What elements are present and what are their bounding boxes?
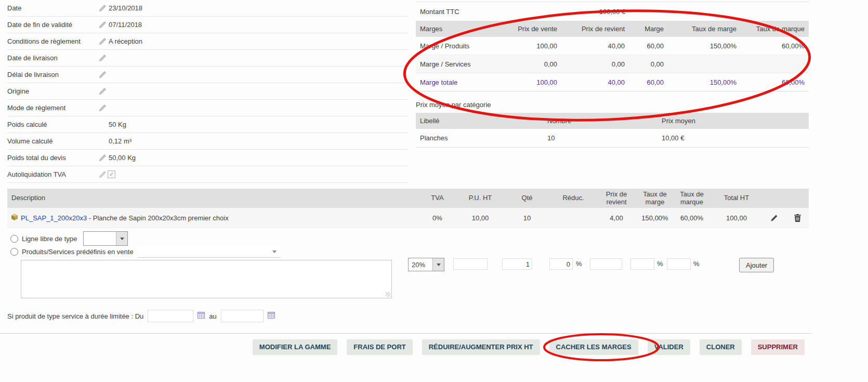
cell-value: 60,00 bbox=[629, 78, 668, 86]
detail-label: Poids total du devis bbox=[7, 154, 99, 162]
edit-pencil-icon[interactable] bbox=[99, 87, 108, 95]
free-line-radio[interactable] bbox=[10, 235, 18, 243]
edit-pencil-icon[interactable] bbox=[99, 37, 108, 45]
vat-rate-select[interactable]: 20% bbox=[408, 258, 444, 271]
edit-pencil-icon[interactable] bbox=[99, 170, 108, 178]
predefined-product-combobox[interactable] bbox=[138, 246, 281, 258]
detail-row-total-weight: Poids total du devis 50,00 Kg bbox=[7, 150, 408, 166]
cell-value: 100,00 bbox=[494, 78, 561, 86]
margins-summary-panel: Montant TTC 100,00 € Marges Prix de vent… bbox=[416, 2, 809, 148]
detail-label: Poids calculé bbox=[7, 121, 99, 128]
delete-button[interactable]: SUPPRIMER bbox=[751, 339, 805, 355]
marge-totale-link[interactable]: Marge totale bbox=[416, 78, 494, 86]
product-icon bbox=[11, 214, 18, 222]
edit-line-pencil-icon[interactable] bbox=[762, 214, 786, 222]
marge-produits-row: Marge / Produits 100,00 40,00 60,00 150,… bbox=[416, 37, 809, 55]
line-description-textarea[interactable] bbox=[21, 260, 391, 298]
calendar-icon[interactable] bbox=[198, 312, 205, 320]
detail-row-weight: Poids calculé 50 Kg bbox=[7, 116, 408, 133]
edit-pencil-icon[interactable] bbox=[99, 4, 108, 12]
row-label: Marge / Produits bbox=[416, 42, 494, 50]
chevron-down-icon bbox=[116, 232, 127, 245]
cell-value: 60,00% bbox=[741, 78, 809, 86]
detail-value: 0,12 m³ bbox=[109, 137, 131, 145]
lines-header-row: Description TVA P.U. HT Qté Réduc. Prix … bbox=[7, 189, 809, 208]
edit-pencil-icon[interactable] bbox=[99, 104, 108, 112]
col-header: Marges bbox=[416, 25, 494, 33]
detail-row-payment-mode: Mode de règlement bbox=[7, 100, 408, 116]
avg-price-data-row: Planches 10 10,00 € bbox=[416, 129, 809, 148]
price-ht-input[interactable] bbox=[453, 258, 488, 270]
reduc-percent-sign: % bbox=[576, 260, 582, 268]
col-header: Description bbox=[7, 194, 418, 202]
clone-button[interactable]: CLONER bbox=[700, 339, 742, 355]
margin-percent-sign: % bbox=[657, 260, 663, 268]
col-header: Marge bbox=[629, 25, 668, 33]
col-header: Taux de marque bbox=[741, 25, 809, 33]
col-header: Total HT bbox=[711, 194, 762, 202]
add-line-button[interactable]: Ajouter bbox=[739, 258, 774, 272]
detail-label: Origine bbox=[7, 87, 99, 95]
line-tva: 0% bbox=[418, 214, 457, 222]
proposal-details-panel: Date 23/10/2018 Date de fin de validité … bbox=[7, 0, 408, 183]
markup-rate-input[interactable] bbox=[667, 258, 691, 270]
cell-value: 10 bbox=[543, 134, 657, 142]
chevron-down-icon bbox=[432, 258, 444, 271]
edit-pencil-icon[interactable] bbox=[99, 54, 108, 62]
detail-label: Volume calculé bbox=[7, 137, 99, 145]
col-header: Nombre bbox=[543, 117, 657, 125]
service-start-date-input[interactable] bbox=[148, 310, 193, 322]
predefined-product-label: Produits/Services prédéfinis en vente bbox=[22, 248, 134, 256]
montant-ttc-value: 100,00 € bbox=[416, 8, 809, 16]
edit-pencil-icon[interactable] bbox=[99, 154, 108, 162]
calendar-icon[interactable] bbox=[268, 312, 275, 320]
col-header: Réduc. bbox=[550, 194, 596, 202]
detail-value: 50 Kg bbox=[109, 121, 126, 128]
cell-value: 150,00% bbox=[668, 78, 741, 86]
reduc-input[interactable] bbox=[549, 258, 573, 270]
edit-pencil-icon[interactable] bbox=[99, 71, 108, 78]
predefined-product-radio[interactable] bbox=[10, 248, 18, 256]
service-au-label: au bbox=[209, 312, 216, 320]
cell-value: Planches bbox=[416, 134, 543, 142]
avg-price-header-row: Libellé Nombre Prix moyen bbox=[416, 113, 809, 129]
marges-header-row: Marges Prix de vente Prix de revient Mar… bbox=[416, 21, 809, 37]
detail-row-volume: Volume calculé 0,12 m³ bbox=[7, 133, 408, 150]
product-ref-link[interactable]: PL_SAP_1_200x20x3 bbox=[21, 214, 87, 222]
edit-pencil-icon[interactable] bbox=[99, 21, 108, 29]
detail-row-reverse-charge-vat: Autoliquidation TVA ✓ bbox=[7, 166, 408, 183]
detail-label: Délai de livraison bbox=[7, 71, 99, 78]
service-end-date-input[interactable] bbox=[221, 310, 264, 322]
validate-button[interactable]: VALIDER bbox=[648, 339, 690, 355]
line-pu-ht: 10,00 bbox=[457, 214, 504, 222]
cell-value: 150,00% bbox=[668, 42, 741, 50]
margin-rate-input[interactable] bbox=[630, 258, 654, 270]
col-header: Prix de vente bbox=[494, 25, 561, 33]
cell-value: 100,00 bbox=[494, 42, 561, 50]
detail-row-delivery-date: Date de livraison bbox=[7, 50, 408, 67]
free-line-label: Ligne libre de type bbox=[22, 235, 77, 243]
shipping-cost-button[interactable]: FRAIS DE PORT bbox=[347, 339, 412, 355]
free-line-type-select[interactable] bbox=[83, 231, 128, 246]
row-label: Marge / Services bbox=[416, 60, 494, 68]
detail-value: 23/10/2018 bbox=[109, 4, 142, 12]
detail-row-origin: Origine bbox=[7, 83, 408, 100]
reverse-charge-vat-checkbox[interactable]: ✓ bbox=[108, 170, 115, 178]
markup-percent-sign: % bbox=[693, 260, 700, 268]
cell-value: 40,00 bbox=[561, 42, 629, 50]
line-total-ht: 100,00 bbox=[711, 214, 762, 222]
cell-value: 0,00 bbox=[494, 60, 561, 68]
qty-input[interactable] bbox=[502, 258, 532, 270]
line-item-row: PL_SAP_1_200x20x3 - Planche de Sapin 200… bbox=[7, 208, 809, 228]
line-markup-rate: 60,00% bbox=[673, 214, 711, 222]
hide-margins-button[interactable]: CACHER LES MARGES bbox=[549, 339, 638, 355]
col-header: Prix de revient bbox=[596, 191, 637, 206]
montant-ttc-row: Montant TTC 100,00 € bbox=[416, 2, 809, 21]
detail-value: 07/11/2018 bbox=[109, 21, 142, 29]
resize-grip[interactable] bbox=[386, 292, 390, 297]
delete-line-trash-icon[interactable] bbox=[786, 214, 809, 222]
cost-price-input[interactable] bbox=[590, 258, 622, 270]
service-duration-label: Si produit de type service à durée limit… bbox=[7, 312, 143, 320]
adjust-price-button[interactable]: RÉDUIRE/AUGMENTER PRIX HT bbox=[422, 339, 540, 355]
modify-range-button[interactable]: MODIFIER LA GAMME bbox=[253, 339, 337, 355]
